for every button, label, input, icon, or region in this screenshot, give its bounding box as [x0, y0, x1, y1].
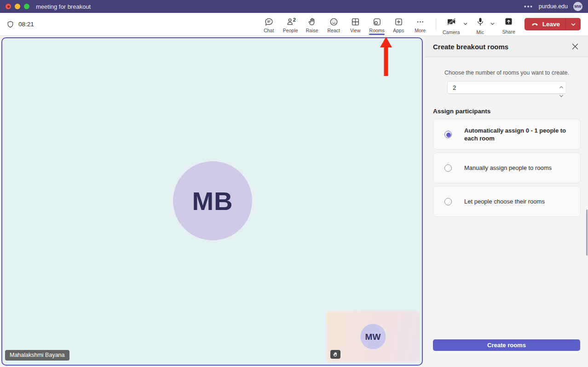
- assignment-options: Automatically assign 0 - 1 people to eac…: [433, 119, 581, 217]
- titlebar-more-icon[interactable]: •••: [524, 4, 533, 9]
- radio-icon[interactable]: [444, 198, 452, 205]
- create-rooms-button[interactable]: Create rooms: [433, 339, 580, 351]
- leave-options-chevron-icon[interactable]: [566, 18, 581, 30]
- user-avatar[interactable]: MW: [573, 2, 582, 11]
- rooms-count-input[interactable]: [447, 81, 566, 94]
- apps-plus-icon: [394, 17, 404, 27]
- minimize-window-button[interactable]: [15, 4, 20, 9]
- toolbar-divider: [436, 18, 436, 31]
- teams-meeting-window: meeting for breakout ••• purdue.edu MW 0…: [0, 0, 588, 367]
- hand-icon: [333, 352, 338, 357]
- close-panel-button[interactable]: [570, 41, 581, 52]
- titlebar: meeting for breakout ••• purdue.edu MW: [0, 0, 588, 13]
- radio-icon[interactable]: [444, 131, 452, 138]
- assign-participants-heading: Assign participants: [433, 108, 581, 115]
- spinner-down-icon[interactable]: [559, 91, 564, 99]
- window-controls: [6, 4, 29, 9]
- mic-icon: [475, 17, 485, 29]
- close-window-button[interactable]: [6, 4, 11, 9]
- option-manual-assign[interactable]: Manually assign people to rooms: [433, 152, 581, 183]
- camera-options-chevron-icon[interactable]: [463, 20, 468, 28]
- panel-body: Choose the number of rooms you want to c…: [426, 57, 588, 367]
- apps-button[interactable]: Apps: [388, 13, 409, 35]
- raised-hand-badge: [330, 350, 340, 359]
- meeting-title: meeting for breakout: [36, 3, 91, 10]
- raise-hand-button[interactable]: Raise: [301, 13, 323, 35]
- option-people-choose[interactable]: Let people choose their rooms: [433, 186, 581, 217]
- radio-icon[interactable]: [444, 164, 452, 172]
- camera-off-icon: [446, 17, 457, 29]
- participant-name-tag: Mahalakshmi Bayana: [5, 350, 69, 361]
- meeting-timer: 08:21: [6, 13, 34, 35]
- zoom-window-button[interactable]: [24, 4, 29, 9]
- raise-hand-icon: [307, 17, 317, 27]
- people-button[interactable]: 2 People: [280, 13, 301, 35]
- chat-icon: [264, 17, 274, 27]
- self-view-avatar: MW: [360, 324, 386, 350]
- leave-button[interactable]: Leave: [525, 18, 581, 30]
- hangup-phone-icon: [530, 19, 539, 29]
- react-smiley-icon: [329, 17, 339, 27]
- tenant-name: purdue.edu: [539, 3, 568, 10]
- panel-header: Create breakout rooms: [426, 36, 588, 57]
- rooms-button[interactable]: Rooms: [366, 13, 388, 35]
- rooms-count-field: [447, 81, 566, 94]
- mic-button[interactable]: Mic: [472, 17, 489, 35]
- meeting-toolbar: 08:21 Chat 2 People Raise React: [0, 13, 588, 36]
- leave-button-label: Leave: [542, 21, 560, 28]
- meeting-timer-value: 08:21: [18, 21, 34, 28]
- panel-title: Create breakout rooms: [433, 43, 508, 51]
- share-button[interactable]: Share: [499, 17, 519, 35]
- camera-button[interactable]: Camera: [441, 17, 462, 35]
- self-view-tile[interactable]: MW: [326, 311, 420, 362]
- rooms-count-instruction: Choose the number of rooms you want to c…: [433, 57, 581, 76]
- breakout-rooms-panel: Create breakout rooms Choose the number …: [426, 36, 588, 367]
- option-auto-assign[interactable]: Automatically assign 0 - 1 people to eac…: [433, 119, 581, 150]
- rooms-icon: [372, 17, 382, 27]
- share-screen-icon: [504, 17, 513, 28]
- close-icon: [572, 43, 578, 50]
- more-ellipsis-icon: [415, 17, 425, 27]
- more-button[interactable]: More: [409, 13, 431, 35]
- shield-icon: [6, 20, 14, 29]
- participant-avatar: MB: [173, 161, 252, 240]
- mic-options-chevron-icon[interactable]: [490, 20, 495, 28]
- view-grid-icon: [351, 17, 360, 27]
- panel-scrollbar[interactable]: [586, 210, 588, 256]
- spinner-up-icon[interactable]: [559, 82, 564, 91]
- view-button[interactable]: View: [345, 13, 366, 35]
- video-stage: MB Mahalakshmi Bayana MW: [1, 37, 423, 366]
- react-button[interactable]: React: [323, 13, 345, 35]
- people-count-badge: 2: [293, 17, 296, 23]
- chat-button[interactable]: Chat: [258, 13, 280, 35]
